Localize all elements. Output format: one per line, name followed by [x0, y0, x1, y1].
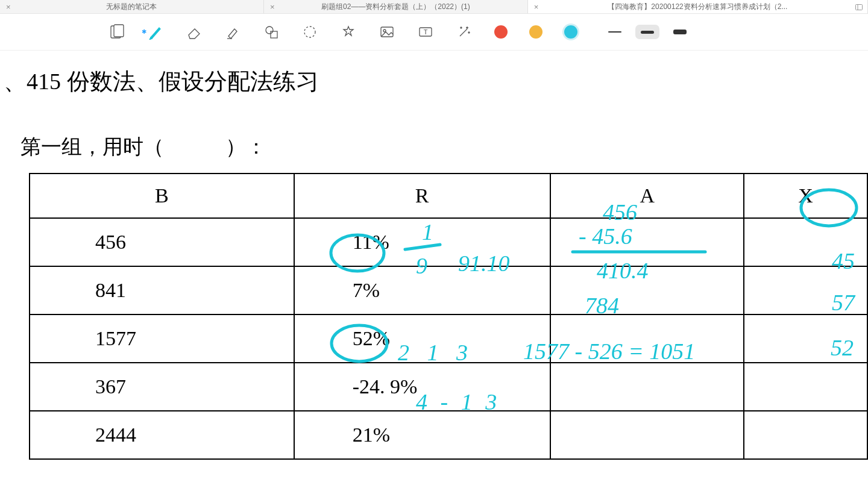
cell-b: 367	[30, 363, 294, 411]
tab-label: 刷题组02——资料分析套题（上）（2022）(1)	[321, 2, 470, 12]
th-r: R	[294, 174, 551, 218]
cell-r: 7%	[294, 266, 551, 314]
group-heading: 第一组，用时（ ）：	[20, 133, 868, 161]
svg-rect-6	[271, 31, 277, 38]
cell-x	[744, 314, 867, 363]
cell-b: 2444	[30, 411, 294, 459]
th-a: A	[550, 174, 744, 218]
document-page: 、415 份数法、假设分配法练习 第一组，用时（ ）： B R A X 456 …	[0, 51, 868, 460]
stroke-medium[interactable]	[635, 25, 659, 39]
table-row: 841 7%	[30, 266, 867, 314]
close-icon[interactable]: ×	[270, 3, 275, 11]
pen-tool[interactable]	[147, 23, 164, 40]
title-prefix: 、	[4, 69, 27, 94]
shapes-tool[interactable]	[263, 23, 280, 40]
stroke-thick[interactable]	[668, 25, 692, 39]
page-thumbnail-icon[interactable]	[108, 23, 125, 40]
svg-point-5	[266, 27, 273, 34]
title-text: 415 份数法、假设分配法练习	[27, 69, 319, 94]
cell-r: 21%	[294, 411, 551, 459]
text-tool[interactable]: T	[417, 23, 434, 40]
cell-x	[744, 363, 867, 411]
cell-x	[744, 411, 867, 459]
table-row: 456 11%	[30, 218, 867, 266]
svg-rect-3	[114, 25, 124, 37]
cell-x	[744, 218, 867, 266]
table-row: 2444 21%	[30, 411, 867, 459]
magic-tool[interactable]	[456, 23, 473, 40]
svg-rect-0	[856, 5, 863, 10]
table-row: 1577 52%	[30, 314, 867, 363]
tab-label: 【四海教育】20200122资料分析速算习惯养成计划（2...	[608, 2, 787, 12]
cell-x	[744, 266, 867, 314]
color-yellow[interactable]	[529, 25, 542, 39]
close-icon[interactable]: ×	[534, 3, 539, 11]
cell-a	[550, 363, 744, 411]
cell-a	[550, 266, 744, 314]
sticker-tool[interactable]	[340, 23, 357, 40]
practice-table: B R A X 456 11% 841 7% 1577 52% 367 -24.…	[29, 173, 868, 460]
cell-a	[550, 218, 744, 266]
svg-point-7	[304, 27, 315, 37]
svg-point-13	[468, 32, 470, 33]
color-cyan[interactable]	[564, 25, 577, 39]
image-tool[interactable]	[379, 23, 395, 40]
tab-doc-2[interactable]: × 刷题组02——资料分析套题（上）（2022）(1)	[264, 0, 528, 13]
svg-text:T: T	[424, 28, 428, 36]
cell-b: 1577	[30, 314, 294, 363]
tab-bar: × 无标题的笔记本 × 刷题组02——资料分析套题（上）（2022）(1) × …	[0, 0, 868, 14]
sidebar-toggle-icon[interactable]	[855, 4, 863, 10]
eraser-tool[interactable]	[186, 23, 203, 40]
page-title: 、415 份数法、假设分配法练习	[0, 66, 868, 97]
table-row: 367 -24. 9%	[30, 363, 867, 411]
tab-label: 无标题的笔记本	[106, 2, 157, 12]
cell-b: 841	[30, 266, 294, 314]
toolbar: T	[0, 14, 868, 51]
highlighter-tool[interactable]	[224, 23, 241, 40]
cell-b: 456	[30, 218, 294, 266]
cell-r: -24. 9%	[294, 363, 551, 411]
tab-doc-3[interactable]: × 【四海教育】20200122资料分析速算习惯养成计划（2...	[528, 0, 868, 13]
close-icon[interactable]: ×	[6, 3, 11, 11]
svg-point-12	[461, 27, 462, 28]
cell-a	[550, 314, 744, 363]
lasso-tool[interactable]	[301, 23, 318, 40]
cell-r: 11%	[294, 218, 551, 266]
cell-a	[550, 411, 744, 459]
tab-notebook[interactable]: × 无标题的笔记本	[0, 0, 264, 13]
th-b: B	[30, 174, 294, 218]
stroke-width-group	[603, 25, 692, 39]
th-x: X	[744, 174, 867, 218]
cell-r: 52%	[294, 314, 551, 363]
color-red[interactable]	[494, 25, 508, 39]
svg-point-9	[383, 30, 386, 32]
stroke-thin[interactable]	[603, 25, 627, 39]
table-header-row: B R A X	[30, 174, 867, 218]
